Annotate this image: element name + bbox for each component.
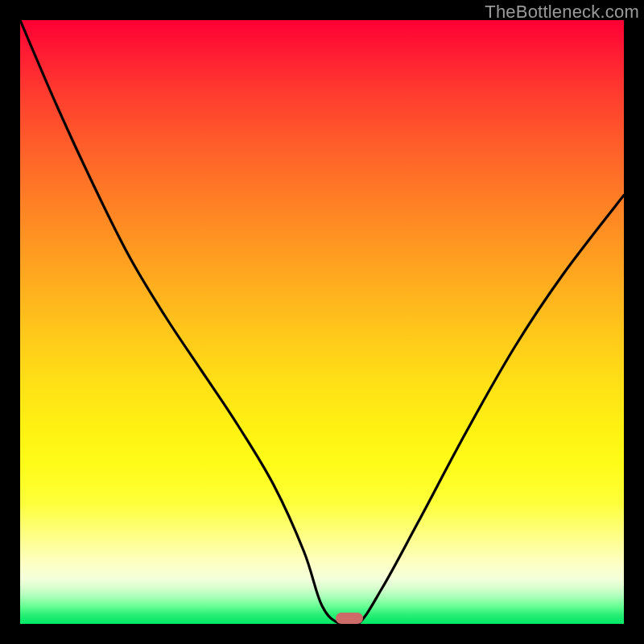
chart-frame xyxy=(20,20,624,624)
optimal-marker xyxy=(336,613,363,624)
bottleneck-curve xyxy=(20,20,624,624)
watermark-text: TheBottleneck.com xyxy=(485,2,639,23)
bottleneck-curve-path xyxy=(20,20,624,624)
